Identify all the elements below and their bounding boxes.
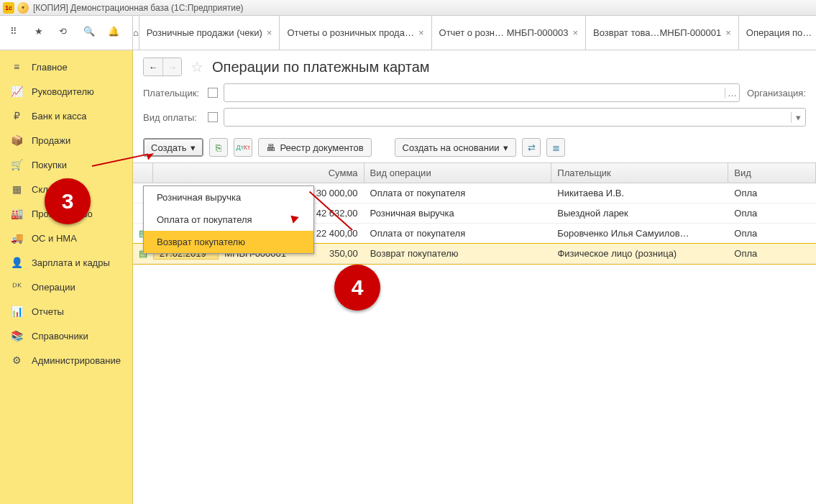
tab-label: Возврат това…МНБП-000001: [593, 27, 721, 38]
history-icon[interactable]: ⟲: [59, 26, 73, 40]
page-header: ← → ☆ Операции по платежным картам: [133, 50, 816, 79]
col-indicator[interactable]: [133, 163, 153, 183]
sidebar-item-bank[interactable]: ₽Банк и касса: [0, 104, 132, 128]
app-icon: 1c: [3, 2, 14, 14]
sidebar-item-os[interactable]: 🚚ОС и НМА: [0, 226, 132, 250]
paytype-checkbox[interactable]: [208, 112, 218, 122]
sidebar-item-label: Продажи: [32, 135, 70, 146]
copy-button[interactable]: ⎘: [209, 138, 228, 157]
sidebar-item-ref[interactable]: 📚Справочники: [0, 324, 132, 348]
sidebar-item-label: Банк и касса: [32, 111, 87, 122]
payer-label: Плательщик:: [143, 88, 208, 98]
lookup-icon[interactable]: …: [725, 88, 739, 98]
main: ← → ☆ Операции по платежным картам Плате…: [133, 50, 816, 504]
create-based-button[interactable]: Создать на основании▾: [395, 138, 517, 157]
grid-header: Дата Номер Сумма Вид операции Плательщик…: [133, 163, 816, 183]
cart-icon: 🛒: [10, 159, 23, 170]
tab-0[interactable]: Розничные продажи (чеки)×: [139, 16, 280, 50]
menu-item-retail[interactable]: Розничная выручка: [144, 186, 313, 209]
chevron-down-icon[interactable]: ▾: [791, 112, 805, 123]
topbar: ⠿ ★ ⟲ 🔍 🔔 ⌂ Розничные продажи (чеки)× От…: [0, 16, 816, 50]
search-icon[interactable]: 🔍: [83, 26, 98, 40]
close-icon[interactable]: ×: [725, 27, 731, 38]
menu-item-return[interactable]: Возврат покупателю: [144, 231, 313, 253]
grid-icon: ▦: [10, 183, 23, 195]
sidebar-item-sales[interactable]: 📦Продажи: [0, 128, 132, 152]
tab-2[interactable]: Отчет о розн… МНБП-000003×: [432, 16, 587, 50]
nav-buttons: ← →: [143, 58, 182, 76]
sidebar-item-label: Отчеты: [32, 306, 64, 317]
paytype-label: Вид оплаты:: [143, 112, 208, 123]
paytype-input[interactable]: ▾: [224, 108, 806, 127]
topbar-icons: ⠿ ★ ⟲ 🔍 🔔: [0, 16, 133, 50]
sidebar-item-manager[interactable]: 📈Руководителю: [0, 79, 132, 104]
sidebar-item-label: Администрирование: [32, 355, 121, 366]
sidebar-item-label: Справочники: [32, 331, 88, 342]
dtkt-button[interactable]: ДтКт: [234, 138, 252, 157]
rows-icon: ≣: [552, 142, 560, 153]
col-op[interactable]: Вид операции: [365, 163, 552, 183]
payer-input[interactable]: …: [224, 83, 740, 102]
relations-button[interactable]: ⇄: [522, 138, 541, 157]
dtkt-icon: ᴰᴷ: [10, 281, 23, 293]
create-label: Создать: [151, 142, 186, 153]
list-button[interactable]: ≣: [546, 138, 565, 157]
tab-3[interactable]: Возврат това…МНБП-000001×: [586, 16, 739, 50]
create-based-label: Создать на основании: [403, 142, 500, 153]
bell-icon[interactable]: 🔔: [108, 26, 122, 40]
tab-1[interactable]: Отчеты о розничных прода…×: [280, 16, 431, 50]
registry-button[interactable]: 🖶Реестр документов: [258, 138, 371, 157]
sidebar-item-label: Покупки: [32, 160, 67, 170]
apps-icon[interactable]: ⠿: [10, 26, 24, 40]
tab-label: Отчеты о розничных прода…: [287, 27, 414, 38]
list-icon: ≡: [10, 61, 23, 73]
sidebar-item-label: ОС и НМА: [32, 233, 77, 244]
col-payer[interactable]: Плательщик: [551, 163, 728, 183]
col-sum[interactable]: Сумма: [291, 163, 364, 183]
sidebar-item-main[interactable]: ≡Главное: [0, 55, 132, 79]
person-icon: 👤: [10, 257, 23, 268]
sidebar-item-label: Операции: [32, 282, 75, 293]
tab-4[interactable]: Операция по…: [739, 16, 816, 50]
chevron-down-icon: ▾: [191, 142, 196, 153]
home-tab[interactable]: ⌂: [133, 16, 139, 50]
factory-icon: 🏭: [10, 208, 23, 219]
toolbar: Создать▾ ⎘ ДтКт 🖶Реестр документов Созда…: [133, 137, 816, 162]
chevron-down-icon: ▾: [503, 142, 508, 153]
annotation-badge-3: 3: [45, 178, 91, 224]
sidebar-item-label: Зарплата и кадры: [32, 257, 110, 268]
sidebar: ≡Главное 📈Руководителю ₽Банк и касса 📦Пр…: [0, 50, 133, 504]
menu-item-payment[interactable]: Оплата от покупателя: [144, 209, 313, 231]
tab-label: Отчет о розн… МНБП-000003: [439, 27, 569, 38]
chart-icon: 📊: [10, 306, 23, 317]
close-icon[interactable]: ×: [267, 27, 272, 38]
box-icon: 📦: [10, 134, 23, 146]
favorite-icon[interactable]: ★: [35, 26, 49, 40]
col-vid[interactable]: Вид: [728, 163, 816, 183]
sidebar-item-reports[interactable]: 📊Отчеты: [0, 299, 132, 324]
sidebar-item-label: Главное: [32, 62, 68, 73]
registry-label: Реестр документов: [280, 142, 363, 153]
window-titlebar: 1c ▾ [КОПИЯ] Демонстрационная база (1С:П…: [0, 0, 816, 16]
sidebar-item-admin[interactable]: ⚙Администрирование: [0, 348, 132, 372]
copy-icon: ⎘: [216, 142, 221, 153]
dtkt-icon: ДтКт: [237, 144, 251, 151]
forward-button[interactable]: →: [162, 58, 181, 75]
ruble-icon: ₽: [10, 110, 23, 122]
books-icon: 📚: [10, 330, 23, 342]
tab-label: Розничные продажи (чеки): [147, 27, 262, 38]
window-title: [КОПИЯ] Демонстрационная база (1С:Предпр…: [33, 3, 244, 13]
print-icon: 🖶: [266, 142, 275, 153]
close-icon[interactable]: ×: [418, 27, 424, 38]
back-button[interactable]: ←: [144, 58, 162, 75]
close-icon[interactable]: ×: [572, 27, 578, 38]
sidebar-item-purchases[interactable]: 🛒Покупки: [0, 152, 132, 177]
page-title: Операции по платежным картам: [212, 59, 430, 75]
favorite-toggle[interactable]: ☆: [191, 58, 203, 75]
sidebar-item-ops[interactable]: ᴰᴷОперации: [0, 275, 132, 299]
sidebar-item-salary[interactable]: 👤Зарплата и кадры: [0, 250, 132, 275]
gear-icon: ⚙: [10, 354, 23, 366]
dropdown-icon[interactable]: ▾: [17, 2, 29, 14]
sidebar-item-label: Руководителю: [32, 86, 94, 97]
payer-checkbox[interactable]: [208, 88, 218, 98]
